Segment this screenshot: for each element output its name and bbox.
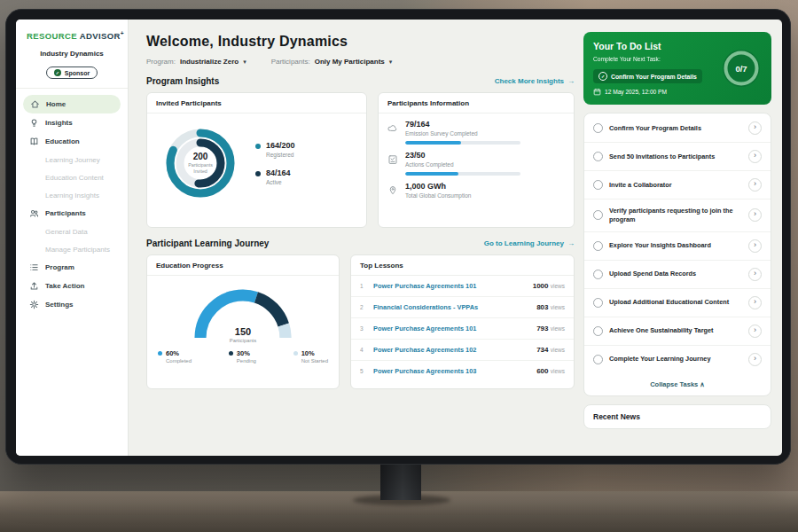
chevron-right-icon[interactable]: › [748,268,762,281]
lesson-views: 600 views [536,367,565,375]
task-checkbox[interactable] [593,298,603,308]
task-checkbox[interactable] [593,180,603,190]
sidebar-item-label: Participants [45,209,86,217]
sponsor-badge-label: Sponsor [65,70,90,76]
lesson-row: 2 Financial Considerations - VPPAs 803 v… [351,297,574,318]
gear-icon [28,300,39,310]
lesson-rank: 5 [360,368,366,374]
task-row[interactable]: Verify participants requesting to join t… [584,200,771,232]
sidebar-item-general-data[interactable]: General Data [16,223,128,240]
task-row[interactable]: Achieve One Sustainability Target › [584,317,771,346]
lesson-link[interactable]: Power Purchase Agreements 101 [373,282,526,290]
sidebar-item-learning-journey[interactable]: Learning Journey [16,151,128,168]
home-icon [29,99,40,110]
legend-dot [255,144,261,149]
task-row[interactable]: Upload Additional Educational Content › [584,289,771,317]
sidebar-item-settings[interactable]: Settings [16,295,128,314]
education-gauge-chart: 150 Participants [186,285,300,343]
sidebar-item-insights[interactable]: Insights [16,113,128,132]
logo-plus: + [121,30,124,36]
sidebar-item-participants[interactable]: Participants [16,204,128,223]
sidebar-item-manage-participants[interactable]: Manage Participants [16,240,128,258]
card-title: Top Lessons [351,255,574,276]
sidebar-item-education-content[interactable]: Education Content [16,168,128,186]
chevron-right-icon[interactable]: › [748,296,762,309]
recent-news-card[interactable]: Recent News [583,404,771,429]
task-row[interactable]: Confirm Your Program Details › [584,114,771,143]
sidebar-item-home[interactable]: Home [23,95,121,113]
chevron-right-icon[interactable]: › [748,325,762,338]
section-title: Participant Learning Journey [146,239,269,248]
task-row[interactable]: Complete Your Learning Journey › [584,346,771,373]
lesson-rank: 1 [360,283,366,289]
chevron-right-icon[interactable]: › [748,121,762,135]
todo-panel: Your To Do List Complete Your Next Task:… [583,20,782,456]
info-row-actions-completed: 23/50 Actions Completed [387,151,565,176]
program-filter-label: Program: [146,58,176,66]
task-row[interactable]: Upload Spend Data Records › [584,261,771,289]
task-checkbox[interactable] [593,152,603,161]
chevron-right-icon[interactable]: › [748,239,762,253]
sidebar-item-program[interactable]: Program [16,258,128,277]
sponsor-badge[interactable]: ✓ Sponsor [46,66,98,79]
program-filter[interactable]: Program: Industrialize Zero ▾ [146,58,246,66]
logo-primary: RESOURCE [27,31,77,41]
org-name: Industry Dynamics [23,50,121,58]
list-icon [28,262,39,273]
collapse-caret-icon: ∧ [700,380,705,388]
legend-dot [293,351,298,356]
top-lessons-card: Top Lessons 1 Power Purchase Agreements … [350,254,575,389]
go-to-learning-journey-link[interactable]: Go to Learning Journey → [484,239,575,247]
lesson-link[interactable]: Financial Considerations - VPPAs [373,303,529,311]
participants-filter[interactable]: Participants: Only My Participants ▾ [271,58,393,66]
task-checkbox[interactable] [593,270,603,279]
chevron-right-icon[interactable]: › [748,150,762,163]
check-more-insights-link[interactable]: Check More Insights → [495,77,575,85]
gauge-center-label: 150 Participants [186,326,300,343]
main-content: Welcome, Industry Dynamics Program: Indu… [129,20,583,456]
task-row[interactable]: Invite a Collaborator › [584,171,771,200]
task-checkbox[interactable] [593,355,603,364]
sidebar-item-label: Take Action [45,282,84,290]
sidebar-item-learning-insights[interactable]: Learning Insights [16,186,128,204]
lesson-row: 4 Power Purchase Agreements 102 734 view… [351,340,574,361]
task-row[interactable]: Explore Your Insights Dashboard › [584,232,771,261]
invited-legend: 164/200 Registered 84/164 Active [255,141,295,185]
task-checkbox[interactable] [593,326,603,336]
check-icon: ✓ [598,72,607,81]
todo-tasks-card: Confirm Your Program Details › Send 50 I… [583,113,771,396]
task-checkbox[interactable] [593,123,603,133]
participants-filter-value: Only My Participants [315,58,385,66]
chevron-right-icon[interactable]: › [748,208,762,222]
lesson-views: 793 views [536,325,565,332]
sidebar-item-take-action[interactable]: Take Action [16,277,128,295]
legend-item-active: 84/164 Active [255,168,295,185]
sponsor-badge-icon: ✓ [54,69,61,76]
task-row[interactable]: Send 50 Invitations to Participants › [584,143,771,171]
card-title: Invited Participants [147,93,366,113]
legend-dot [158,351,162,356]
cloud-icon [387,121,398,132]
program-filter-value: Industrialize Zero [180,58,239,66]
lesson-views: 1000 views [533,282,565,290]
next-task-chip[interactable]: ✓ Confirm Your Program Details [593,69,702,83]
sidebar-item-education[interactable]: Education [16,132,128,151]
lesson-views: 803 views [536,303,565,311]
chevron-right-icon[interactable]: › [748,178,762,192]
lesson-link[interactable]: Power Purchase Agreements 101 [373,325,529,332]
card-title: Participants Information [379,93,574,113]
education-progress-card: Education Progress 150 Participants [146,254,340,389]
lesson-row: 5 Power Purchase Agreements 103 600 view… [351,361,574,381]
learning-journey-section-header: Participant Learning Journey Go to Learn… [146,239,575,248]
chevron-right-icon[interactable]: › [748,353,762,366]
lesson-link[interactable]: Power Purchase Agreements 103 [373,367,529,375]
lesson-rank: 4 [360,347,366,353]
task-checkbox[interactable] [593,210,603,220]
lesson-row: 1 Power Purchase Agreements 101 1000 vie… [351,276,574,297]
arrow-right-icon: → [567,239,575,247]
filters-row: Program: Industrialize Zero ▾ Participan… [146,58,575,66]
task-checkbox[interactable] [593,241,603,251]
calendar-icon [593,88,601,96]
collapse-tasks-link[interactable]: Collapse Tasks ∧ [584,373,771,395]
lesson-link[interactable]: Power Purchase Agreements 102 [373,346,529,354]
